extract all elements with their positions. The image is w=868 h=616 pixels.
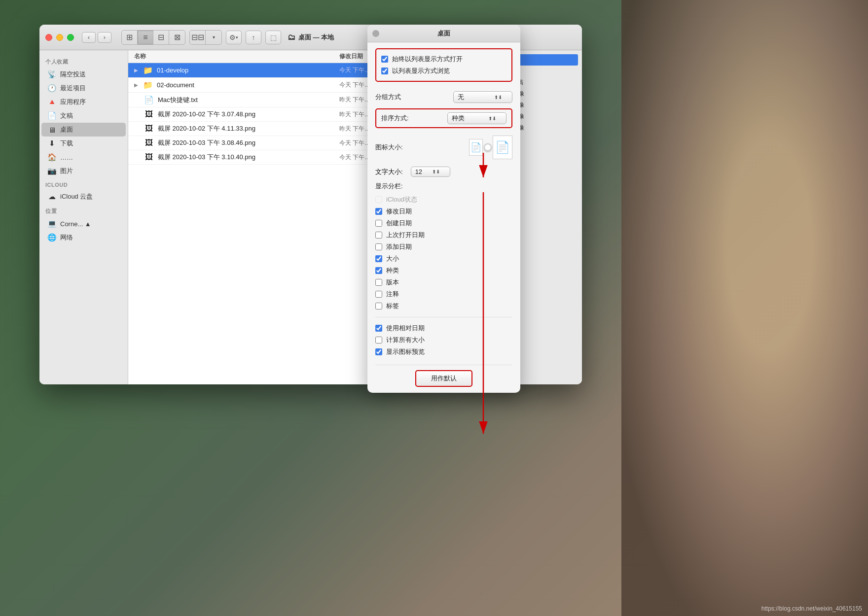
list-view-btn[interactable]: ≡ [138,31,153,44]
file-name-cell: ▶ 📁 01-develop [134,66,339,75]
show-column-checkbox[interactable] [375,220,382,227]
bottom-option-checkbox[interactable] [375,325,382,332]
grid-view-btn[interactable]: ⊟⊟ [190,31,206,44]
sidebar-item-computer[interactable]: 💻 Corne... ▲ [41,217,126,231]
grid-view-group: ⊟⊟ ▾ [189,30,222,45]
sidebar-item-apps[interactable]: 🔺 应用程序 [41,95,126,109]
sidebar-item-recent[interactable]: 🕐 最近项目 [41,81,126,95]
show-column-label: 大小 [386,254,399,263]
sidebar-label-home: …… [60,154,73,161]
sidebar-item-docs[interactable]: 📄 文稿 [41,109,126,123]
sidebar-label-docs: 文稿 [60,111,73,120]
icon-view-btn[interactable]: ⊞ [122,31,138,44]
file-name-cell: 🖼 截屏 2020-10-02 下午 4.11.33.png [134,124,339,133]
show-column-label: 创建日期 [386,219,412,228]
window-title: 🗂 桌面 — 本地 [288,33,334,42]
panel-title: 桌面 [437,29,450,38]
minimize-button[interactable] [56,34,63,41]
bottom-option-checkbox[interactable] [375,348,382,355]
file-name-cell: ▶ 📁 02-document [134,80,339,90]
sidebar-item-icloud[interactable]: ☁ iCloud 云盘 [41,190,126,204]
sidebar-item-home[interactable]: 🏠 …… [41,150,126,164]
sidebar-label-recent: 最近项目 [60,84,86,93]
back-button[interactable]: ‹ [82,32,96,43]
show-column-label: 上次打开日期 [386,231,425,240]
show-column-checkbox[interactable] [375,208,382,215]
file-name-text: 截屏 2020-10-02 下午 4.11.33.png [158,124,255,133]
sidebar: 个人收藏 📡 隔空投送 🕐 最近项目 🔺 应用程序 📄 文稿 🖥 桌面 [39,50,128,384]
sidebar-label-desktop: 桌面 [60,125,73,134]
share-icon: ↑ [252,34,255,41]
default-button[interactable]: 用作默认 [415,370,472,387]
sort-dropdown[interactable]: 种类 ⬆⬇ [447,112,506,124]
grid-dropdown-btn[interactable]: ▾ [206,31,221,44]
sidebar-item-airdrop[interactable]: 📡 隔空投送 [41,68,126,81]
show-column-checkbox[interactable] [375,243,382,250]
icon-size-controls: 📄 📄 [469,136,512,159]
file-name-cell: 🖼 截屏 2020-10-03 下午 3.10.40.png [134,153,339,162]
file-name-text: 截屏 2020-10-02 下午 3.07.48.png [158,110,255,119]
show-column-checkbox [375,196,382,203]
show-column-checkbox[interactable] [375,291,382,298]
show-column-row: 大小 [375,253,512,265]
tag-btn[interactable]: ⬚ [265,31,281,44]
always-open-checkbox[interactable] [381,56,388,63]
traffic-lights [45,34,74,41]
show-column-row: iCloud状态 [375,194,512,205]
nav-buttons: ‹ › [82,32,111,43]
file-name-text: 02-document [157,81,194,89]
folder-icon: 🗂 [288,33,295,42]
gallery-view-btn[interactable]: ⊠ [169,31,185,44]
show-column-label: 种类 [386,266,399,275]
show-column-checkbox[interactable] [375,279,382,286]
panel-body: 始终以列表显示方式打开 以列表显示方式浏览 分组方式 无 ⬆⬇ 排序方式: 种类… [367,42,520,393]
sidebar-item-photos[interactable]: 📷 图片 [41,164,126,178]
grouping-value: 无 [458,93,464,102]
icon-size-row: 图标大小: 📄 📄 [375,133,512,162]
browse-as-list-row: 以列表显示方式浏览 [381,65,506,77]
url-bar: https://blog.csdn.net/weixin_40615155 [761,605,862,612]
show-column-row: 上次打开日期 [375,229,512,241]
file-name-text: 截屏 2020-10-03 下午 3.10.40.png [158,153,255,162]
gear-action-btn[interactable]: ⚙ ▾ [226,31,242,44]
show-column-label: 添加日期 [386,242,412,251]
file-name-text: 01-develop [157,67,188,74]
sidebar-section-personal: 个人收藏 [39,54,128,68]
show-column-label: 版本 [386,278,399,287]
sidebar-section-location: 位置 [39,204,128,217]
file-type-icon: 📁 [143,66,153,75]
show-column-row: 标签 [375,300,512,312]
show-column-checkbox[interactable] [375,255,382,262]
show-columns-label: 显示分栏: [375,182,512,191]
panel-close-button[interactable] [372,30,379,37]
sidebar-item-downloads[interactable]: ⬇ 下载 [41,137,126,150]
file-name-cell: 📄 Mac快捷键.txt [134,95,339,104]
show-column-checkbox[interactable] [375,267,382,274]
icon-small-preview: 📄 [469,139,483,156]
file-type-icon: 📁 [143,80,153,90]
grouping-row: 分组方式 无 ⬆⬇ [375,89,512,105]
bottom-option-label: 使用相对日期 [386,324,425,333]
col-header-name[interactable]: 名称 [134,52,339,61]
column-view-btn[interactable]: ⊟ [153,31,169,44]
browse-list-checkbox[interactable] [381,68,388,74]
sort-label: 排序方式: [381,114,447,123]
grouping-dropdown[interactable]: 无 ⬆⬇ [453,91,512,103]
share-btn[interactable]: ↑ [246,31,261,44]
sidebar-item-network[interactable]: 🌐 网络 [41,231,126,244]
show-column-row: 版本 [375,276,512,288]
close-button[interactable] [45,34,52,41]
maximize-button[interactable] [67,34,74,41]
bottom-opts-list: 使用相对日期计算所有大小显示图标预览 [375,322,512,358]
show-column-checkbox[interactable] [375,303,382,309]
bottom-option-label: 计算所有大小 [386,336,425,344]
always-open-row: 始终以列表显示方式打开 [381,53,506,65]
show-column-checkbox[interactable] [375,232,382,239]
show-column-label: 注释 [386,290,399,299]
file-type-icon: 🖼 [144,138,154,147]
sidebar-item-desktop[interactable]: 🖥 桌面 [41,123,126,137]
text-size-dropdown[interactable]: 12 ⬆⬇ [411,167,450,177]
bottom-option-checkbox[interactable] [375,337,382,343]
grouping-arrow-icon: ⬆⬇ [494,95,502,100]
forward-button[interactable]: › [98,32,111,43]
